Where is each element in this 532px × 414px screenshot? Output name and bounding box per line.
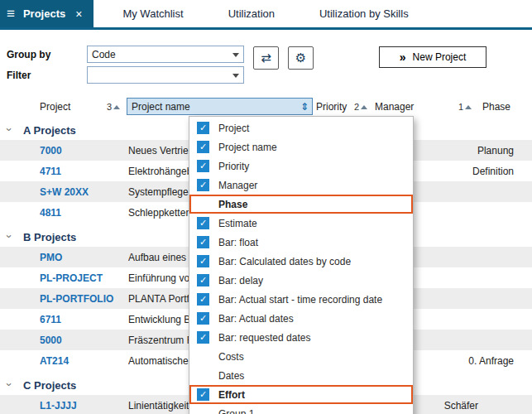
menu-item-bar-delay[interactable]: ✓Bar: delay [189, 271, 413, 290]
group-by-select[interactable]: Code [87, 46, 244, 63]
checkbox-unchecked [197, 350, 209, 363]
menu-item-project-name[interactable]: ✓Project name [189, 137, 413, 156]
refresh-icon: ⇄ [261, 51, 271, 65]
menu-item-label: Project [218, 123, 249, 134]
menu-item-priority[interactable]: ✓Priority [189, 156, 413, 176]
menu-item-label: Project name [218, 142, 277, 153]
menu-item-bar-requested-dates[interactable]: ✓Bar: requested dates [189, 328, 413, 347]
refresh-layout-button[interactable]: ⇄ [253, 46, 279, 70]
menu-item-costs[interactable]: Costs [189, 347, 413, 366]
project-id-link[interactable]: AT214 [40, 355, 69, 367]
manager-cell: Schäfer [444, 400, 478, 412]
hamburger-menu-icon[interactable]: ≡ [7, 7, 15, 21]
chevron-down-icon [232, 74, 239, 78]
collapse-chevron-icon[interactable]: › [3, 383, 16, 386]
menu-item-estimate[interactable]: ✓Estimate [189, 214, 413, 233]
tab-bar: ≡ Projects × My WatchlistUtilizationUtil… [0, 0, 532, 30]
phase-cell: Definition [472, 166, 514, 177]
sort-indicator-manager: 1 [458, 102, 472, 112]
menu-item-project[interactable]: ✓Project [189, 118, 413, 137]
checkbox-checked-icon: ✓ [197, 179, 209, 191]
table-header: Project 3 Project name ⇕ Priority 2 Mana… [0, 98, 532, 117]
tab-projects-label: Projects [23, 7, 65, 20]
checkbox-checked-icon: ✓ [197, 160, 209, 172]
sort-asc-icon [113, 105, 120, 109]
col-header-project-name-label: Project name [132, 101, 190, 113]
menu-item-label: Dates [218, 370, 244, 382]
checkbox-checked-icon: ✓ [197, 312, 209, 325]
checkbox-checked-icon: ✓ [197, 274, 209, 286]
new-project-label: New Project [413, 51, 467, 63]
tab-my-watchlist[interactable]: My Watchlist [100, 7, 205, 20]
group-by-value: Code [92, 49, 116, 60]
checkbox-checked-icon: ✓ [197, 331, 209, 344]
project-id-link[interactable]: 6711 [40, 314, 61, 325]
sort-indicator-priority: 2 [354, 102, 367, 112]
tab-projects[interactable]: ≡ Projects × [0, 0, 93, 27]
phase-cell: 0. Anfrage [468, 355, 514, 367]
checkbox-checked-icon: ✓ [197, 122, 209, 134]
tab-list: My WatchlistUtilizationUtilization by Sk… [100, 0, 430, 27]
collapse-chevron-icon[interactable]: › [3, 128, 16, 131]
chevron-down-icon [232, 53, 239, 57]
col-header-project-name[interactable]: Project name ⇕ [127, 98, 313, 115]
col-header-manager[interactable]: Manager [375, 101, 414, 113]
sort-rank: 2 [354, 102, 359, 112]
menu-item-dates[interactable]: Dates [189, 366, 413, 385]
menu-item-bar-float[interactable]: ✓Bar: float [189, 233, 413, 252]
col-header-project[interactable]: Project [40, 101, 70, 113]
project-id-link[interactable]: L1-JJJJ [40, 400, 77, 412]
group-label: B Projects [23, 231, 76, 243]
menu-item-label: Effort [218, 389, 245, 401]
menu-item-label: Estimate [218, 218, 257, 229]
sort-asc-icon [361, 105, 367, 109]
filter-label: Filter [7, 70, 31, 81]
menu-item-group-1[interactable]: Group 1 [189, 404, 413, 414]
checkbox-checked-icon: ✓ [197, 236, 209, 248]
menu-item-label: Costs [218, 351, 244, 363]
checkbox-checked-icon: ✓ [197, 388, 209, 401]
project-id-link[interactable]: PMO [40, 252, 62, 263]
app-window: ≡ Projects × My WatchlistUtilizationUtil… [0, 0, 532, 414]
project-id-link[interactable]: 5000 [40, 335, 62, 346]
tab-utilization[interactable]: Utilization [206, 7, 297, 20]
project-id-link[interactable]: PL-PROJECT [40, 272, 103, 284]
menu-item-label: Bar: delay [218, 275, 263, 286]
menu-item-bar-actual-start-time-recording-date[interactable]: ✓Bar: Actual start - time recording date [189, 290, 413, 309]
menu-item-bar-calculated-dates-by-code[interactable]: ✓Bar: Calculated dates by code [189, 252, 413, 271]
project-id-link[interactable]: PL-PORTFOLIO [40, 293, 113, 305]
toolbar: Group by Code Filter ⇄ ⚙ » New Project [0, 30, 532, 98]
gear-icon: ⚙ [295, 51, 306, 65]
project-id-link[interactable]: 7000 [40, 145, 62, 156]
menu-item-manager[interactable]: ✓Manager [189, 176, 413, 195]
settings-button[interactable]: ⚙ [288, 46, 314, 70]
col-header-phase[interactable]: Phase [482, 101, 510, 113]
menu-item-label: Bar: float [218, 237, 258, 248]
menu-item-bar-actual-dates[interactable]: ✓Bar: Actual dates [189, 309, 413, 328]
tab-utilization-by-skills[interactable]: Utilization by Skills [297, 7, 431, 20]
menu-item-label: Group 1 [218, 408, 254, 414]
project-id-link[interactable]: S+W 20XX [40, 186, 89, 198]
menu-item-phase[interactable]: Phase [189, 195, 413, 214]
project-id-link[interactable]: 4811 [40, 207, 61, 219]
filter-select[interactable] [87, 66, 244, 84]
sort-rank: 1 [458, 102, 463, 112]
col-header-priority[interactable]: Priority [316, 101, 347, 113]
group-label: C Projects [23, 379, 76, 392]
menu-item-label: Manager [218, 180, 257, 191]
collapse-chevron-icon[interactable]: › [3, 234, 16, 238]
project-id-link[interactable]: 4711 [40, 166, 61, 177]
sort-both-icon[interactable]: ⇕ [300, 101, 309, 113]
close-tab-icon[interactable]: × [75, 7, 82, 21]
menu-item-label: Bar: Actual dates [218, 313, 294, 325]
group-by-label: Group by [7, 49, 50, 60]
menu-item-effort[interactable]: ✓Effort [189, 385, 413, 404]
menu-item-label: Priority [218, 161, 249, 172]
menu-item-label: Bar: Actual start - time recording date [218, 294, 382, 306]
menu-item-label: Phase [218, 199, 247, 210]
sort-rank: 3 [107, 102, 112, 112]
new-project-button[interactable]: » New Project [379, 46, 486, 68]
menu-item-label: Bar: requested dates [218, 332, 310, 344]
group-label: A Projects [23, 124, 76, 137]
phase-cell: Planung [477, 145, 514, 156]
